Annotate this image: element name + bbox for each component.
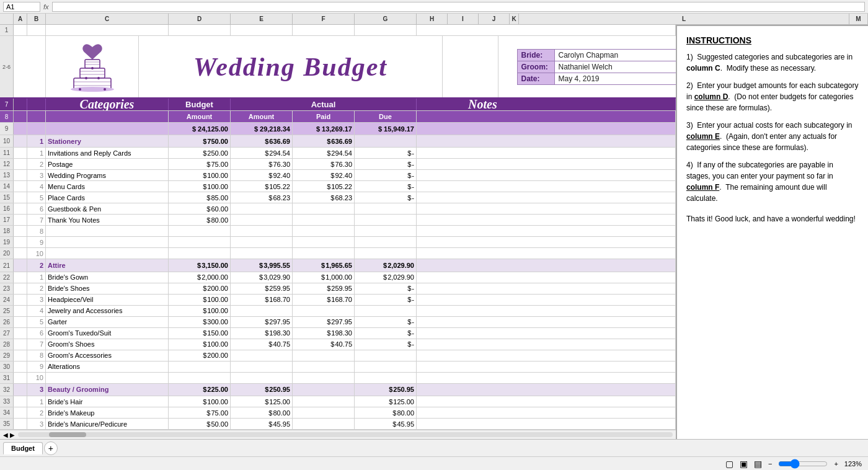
zoom-slider[interactable] <box>778 459 828 469</box>
zoom-out-icon[interactable]: − <box>768 460 772 468</box>
row-27: 27 6 Groom's Tuxedo/Suit $ 150.00 $ 198.… <box>0 328 676 339</box>
row-9: 9 $ 24,125.00 $ 29,218.34 $ 13,269.17 $ … <box>0 123 676 135</box>
rh-29: 29 <box>0 350 14 361</box>
cell-info: Bride: Carolyn Chapman Groom: Nathaniel … <box>498 36 676 97</box>
col-header-i[interactable]: I <box>448 14 479 24</box>
header-rows: 2-6 <box>0 36 676 99</box>
cell-1e <box>231 25 293 35</box>
cell-28c: Groom's Shoes <box>46 339 169 350</box>
date-value[interactable]: May 4, 2019 <box>554 73 676 84</box>
cell-19d <box>169 237 231 247</box>
cell-22g: $ 2,029.90 <box>355 272 417 283</box>
cell-17d: $ 80.00 <box>169 215 231 225</box>
groom-value[interactable]: Nathaniel Welch <box>554 61 676 73</box>
hscroll-left[interactable]: ◀ <box>3 432 8 438</box>
cell-14a <box>14 181 27 192</box>
cell-10f: $ 636.69 <box>293 135 355 147</box>
cell-27b: 6 <box>27 328 46 339</box>
col-header-d[interactable]: D <box>169 14 231 24</box>
cell-34f <box>293 407 355 418</box>
col-e-underline: column E <box>686 132 720 141</box>
cell-13b: 3 <box>27 170 46 180</box>
row-15: 15 5 Place Cards $ 85.00 $ 68.23 $ 68.23… <box>0 192 676 203</box>
cell-8f: Paid <box>293 111 355 122</box>
rh-10: 10 <box>0 135 14 147</box>
cell-30c: Alterations <box>46 361 169 372</box>
col-header-j[interactable]: J <box>479 14 510 24</box>
cell-34c: Bride's Makeup <box>46 407 169 418</box>
cell-29d: $ 200.00 <box>169 350 231 361</box>
cell-13a <box>14 170 27 180</box>
cell-7-actual: Actual <box>231 99 417 110</box>
row-34: 34 2 Bride's Makeup $ 75.00 $ 80.00 $ 80… <box>0 407 676 419</box>
cell-20e <box>231 248 293 259</box>
name-box[interactable] <box>3 2 40 12</box>
add-tab-button[interactable]: + <box>44 441 58 455</box>
cell-23e: $ 259.95 <box>231 283 293 294</box>
col-c-bold: column C <box>686 64 720 73</box>
col-header-l[interactable]: L <box>519 14 849 24</box>
hscroll-right[interactable]: ▶ <box>10 432 15 438</box>
col-header-g[interactable]: G <box>355 14 417 24</box>
hscroll-thumb[interactable] <box>49 432 86 437</box>
cell-1b <box>27 25 46 35</box>
cell-17f <box>293 215 355 225</box>
cell-24a <box>14 295 27 305</box>
cell-9a <box>14 123 27 135</box>
cell-23d: $ 200.00 <box>169 283 231 294</box>
cell-34g: $ 80.00 <box>355 407 417 418</box>
cell-23b: 2 <box>27 283 46 294</box>
cell-10e: $ 636.69 <box>231 135 293 147</box>
bride-label: Bride: <box>517 49 554 61</box>
cell-9d-total-budget: $ 24,125.00 <box>169 123 231 135</box>
formula-input[interactable] <box>52 2 865 12</box>
cell-14g: $ - <box>355 181 417 192</box>
cell-16f <box>293 203 355 214</box>
cell-13f: $ 92.40 <box>293 170 355 180</box>
bride-value[interactable]: Carolyn Chapman <box>554 49 676 61</box>
tab-budget[interactable]: Budget <box>3 442 43 454</box>
cell-35d: $ 50.00 <box>169 419 231 429</box>
info-table: Bride: Carolyn Chapman Groom: Nathaniel … <box>517 49 676 85</box>
col-header-c[interactable]: C <box>46 14 169 24</box>
cell-20g <box>355 248 417 259</box>
cell-33c: Bride's Hair <box>46 396 169 407</box>
svg-rect-0 <box>85 60 100 68</box>
cell-1c <box>46 25 169 35</box>
rh-21: 21 <box>0 259 14 271</box>
cell-31e <box>231 373 293 383</box>
cell-27a <box>14 328 27 339</box>
hscroll[interactable]: ◀ ▶ <box>0 430 676 439</box>
cell-21a <box>14 259 27 271</box>
rh-12: 12 <box>0 159 14 169</box>
col-header-f[interactable]: F <box>293 14 355 24</box>
cell-1g <box>355 25 417 35</box>
cell-14c: Menu Cards <box>46 181 169 192</box>
col-header-b[interactable]: B <box>27 14 46 24</box>
rh-32: 32 <box>0 384 14 396</box>
cell-28a <box>14 339 27 350</box>
page-break-icon[interactable]: ▤ <box>754 459 762 469</box>
col-header-e[interactable]: E <box>231 14 293 24</box>
cell-25h <box>417 306 676 316</box>
cell-11e: $ 294.54 <box>231 148 293 158</box>
col-header-k[interactable]: K <box>510 14 519 24</box>
row-17: 17 7 Thank You Notes $ 80.00 <box>0 215 676 226</box>
cell-33a <box>14 396 27 407</box>
zoom-in-icon[interactable]: + <box>834 460 838 468</box>
cell-18f <box>293 226 355 236</box>
cell-12f: $ 76.30 <box>293 159 355 169</box>
cell-10b: 1 <box>27 135 46 147</box>
col-header-m[interactable]: M <box>849 14 868 24</box>
hscroll-track[interactable] <box>18 432 673 437</box>
zoom-level: 123% <box>844 460 862 468</box>
col-header-a[interactable]: A <box>14 14 27 24</box>
cell-16h <box>417 203 676 214</box>
page-layout-icon[interactable]: ▣ <box>740 459 748 469</box>
cell-29c: Groom's Accessories <box>46 350 169 361</box>
cell-19g <box>355 237 417 247</box>
cell-22h <box>417 272 676 283</box>
normal-view-icon[interactable]: ▢ <box>725 459 733 469</box>
col-header-h[interactable]: H <box>417 14 448 24</box>
cell-13h <box>417 170 676 180</box>
